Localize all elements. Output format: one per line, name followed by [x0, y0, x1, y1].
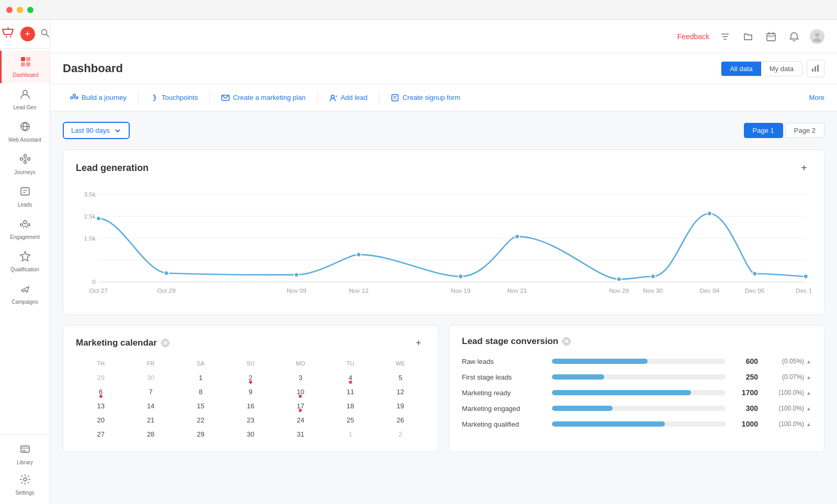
svg-text:2.5k: 2.5k [84, 213, 96, 220]
svg-text:Dec 05: Dec 05 [745, 287, 765, 294]
email-icon [221, 94, 230, 102]
add-button[interactable]: + [20, 27, 35, 41]
title-bar [0, 0, 837, 20]
add-widget-button[interactable]: + [797, 161, 811, 175]
lsc-pct: (100.0%) ▲ [764, 389, 811, 396]
dashboard-content: Last 90 days Page 1 Page 2 Lead generati… [50, 111, 837, 504]
cal-day: 8 [176, 385, 225, 399]
user-avatar[interactable] [810, 29, 824, 44]
sidebar-item-lead-gen[interactable]: Lead Gen [0, 83, 50, 116]
svg-point-74 [707, 211, 712, 215]
sidebar-item-engagement[interactable]: Engagement [0, 213, 50, 245]
cal-day: 17 [276, 399, 325, 413]
svg-line-4 [46, 34, 49, 37]
journeys-icon [19, 153, 31, 167]
bell-icon[interactable] [787, 29, 801, 44]
my-data-button[interactable]: My data [761, 62, 802, 76]
cal-header-su: SU [225, 358, 275, 371]
sidebar-item-campaigns[interactable]: Campaigns [0, 278, 50, 310]
cal-day: 21 [126, 413, 175, 427]
sidebar-item-library[interactable]: Library [0, 439, 50, 469]
cal-day: 27 [76, 427, 126, 441]
settings-label: Settings [15, 490, 34, 496]
brand-logo[interactable] [1, 25, 15, 43]
search-button[interactable] [40, 28, 50, 40]
lsc-bar-fill [552, 390, 691, 395]
cal-day: 11 [325, 385, 375, 399]
lsc-value: 300 [732, 404, 758, 413]
sidebar-item-journeys[interactable]: Journeys [0, 148, 50, 180]
maximize-button[interactable] [27, 7, 33, 13]
svg-rect-5 [21, 57, 25, 61]
svg-point-44 [76, 97, 78, 99]
build-journey-button[interactable]: Build a journey [63, 89, 134, 106]
svg-rect-39 [812, 68, 813, 72]
svg-rect-41 [817, 65, 819, 72]
calendar-add-button[interactable]: + [412, 336, 425, 350]
more-button[interactable]: More [809, 94, 824, 101]
svg-rect-6 [26, 57, 30, 61]
svg-point-13 [24, 155, 26, 157]
sidebar-item-qualification[interactable]: Qualification [0, 245, 50, 278]
chart-options-button[interactable] [807, 60, 824, 77]
svg-point-9 [23, 90, 27, 95]
sidebar-nav: Dashboard Lead Gen Web Assistant [0, 49, 50, 434]
calendar-icon[interactable] [764, 29, 778, 44]
svg-point-2 [9, 36, 11, 38]
cal-day: 14 [126, 399, 175, 413]
cal-day: 12 [376, 385, 425, 399]
svg-text:3.5k: 3.5k [84, 191, 96, 198]
lead-stage-info-icon[interactable]: i [562, 337, 571, 346]
minimize-button[interactable] [17, 7, 23, 13]
view-toggle: All data My data [721, 61, 802, 76]
folder-icon[interactable] [741, 29, 755, 44]
dashboard-icon [20, 56, 31, 70]
svg-text:Oct 29: Oct 29 [157, 287, 176, 294]
cal-day: 13 [76, 399, 126, 413]
filter-list-icon[interactable] [718, 29, 732, 44]
lsc-bar-fill [552, 406, 613, 411]
svg-text:Dec 10: Dec 10 [796, 287, 811, 294]
page-1-button[interactable]: Page 1 [744, 123, 783, 138]
calendar-info-icon[interactable]: i [161, 339, 169, 347]
cal-day: 19 [376, 399, 425, 413]
svg-point-68 [294, 272, 299, 277]
create-signup-form-button[interactable]: Create signup form [383, 89, 468, 106]
engagement-icon [19, 218, 31, 232]
date-filter-button[interactable]: Last 90 days [63, 122, 130, 139]
create-marketing-plan-button[interactable]: Create a marketing plan [214, 89, 313, 106]
touchpoints-icon [150, 94, 159, 102]
svg-point-67 [164, 271, 169, 275]
lsc-row-mktg-qualified: Marketing qualified 1000 (100.0%) ▲ [462, 420, 811, 428]
lsc-label: Raw leads [462, 358, 546, 365]
lsc-bar-fill [552, 359, 648, 364]
svg-rect-53 [392, 95, 398, 101]
top-header: Feedback [50, 20, 837, 53]
add-lead-button[interactable]: Add lead [322, 89, 375, 106]
all-data-button[interactable]: All data [721, 62, 761, 76]
touchpoints-button[interactable]: Touchpoints [143, 89, 205, 106]
page-title: Dashboard [63, 62, 123, 75]
journey-icon [70, 94, 78, 102]
cal-day: 18 [325, 399, 375, 413]
cal-day: 16 [225, 399, 275, 413]
close-button[interactable] [6, 7, 13, 13]
svg-point-48 [153, 97, 155, 99]
cal-day: 28 [126, 427, 175, 441]
dashboard-label: Dashboard [13, 72, 39, 78]
sidebar-item-web-assistant[interactable]: Web Assistant [0, 116, 50, 148]
sidebar-item-dashboard[interactable]: Dashboard [0, 51, 50, 83]
page-2-button[interactable]: Page 2 [785, 123, 824, 138]
svg-text:Nov 19: Nov 19 [451, 287, 471, 294]
feedback-button[interactable]: Feedback [677, 32, 709, 41]
sidebar-item-settings[interactable]: Settings [0, 469, 50, 500]
lsc-row-raw: Raw leads 600 (0.05%) ▲ [462, 357, 811, 365]
lead-stage-card: Lead stage conversion i Raw leads 600 [449, 325, 824, 452]
cal-day: 29 [76, 371, 126, 385]
svg-point-22 [24, 221, 27, 224]
svg-point-70 [458, 274, 463, 279]
sidebar-item-leads[interactable]: Leads [0, 180, 50, 213]
top-header-actions: Feedback [677, 29, 824, 44]
cal-day: 7 [126, 385, 175, 399]
lsc-pct: (100.0%) ▲ [764, 405, 811, 412]
